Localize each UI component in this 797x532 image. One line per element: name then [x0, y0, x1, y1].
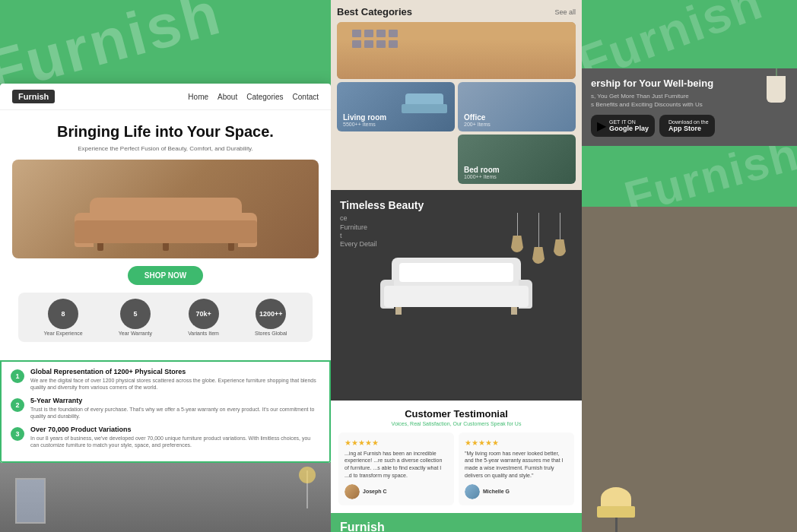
right-watermark-mid: Furnish — [619, 146, 797, 207]
cat-label-living: Living room 5500++ Items — [343, 113, 386, 127]
building-windows — [352, 30, 398, 48]
left-panel: Furnish Furnish Home About Categories Co… — [0, 0, 331, 532]
reviewer-name-2: Michelle G — [483, 489, 510, 494]
nav-home[interactable]: Home — [188, 93, 208, 101]
category-card-office[interactable]: Office 200+ Items — [458, 82, 576, 131]
nav-about[interactable]: About — [218, 93, 237, 101]
categories-section: Best Categories See all — [331, 0, 582, 190]
google-play-button[interactable]: ▶ GET IT ON Google Play — [591, 115, 655, 137]
feature-num-1: 1 — [11, 369, 24, 383]
pendant-lights — [510, 213, 567, 264]
left-brand-watermark: Furnish — [0, 0, 229, 84]
testimonial-subtitle: Voices, Real Satisfaction, Our Customers… — [338, 421, 574, 426]
testimonial-card-2: ★★★★★ "My living room has never looked b… — [459, 432, 574, 505]
nav-contact[interactable]: Contact — [293, 93, 319, 101]
feature-title-2: 5-Year Warranty — [30, 397, 320, 404]
avatar-joseph — [345, 484, 360, 499]
hero-sofa — [75, 198, 257, 251]
app-store-button[interactable]: Download on the App Store — [659, 115, 715, 137]
timeless-title: Timeless Beauty — [340, 199, 573, 211]
categories-header: Best Categories See all — [337, 6, 576, 17]
feature-2: 2 5-Year Warranty Trust is the foundatio… — [11, 397, 320, 420]
cat-name-bedroom: Bed room — [464, 166, 500, 174]
window-2 — [364, 30, 373, 37]
sofa-leg-1 — [97, 243, 103, 251]
left-bottom-room — [0, 463, 331, 532]
category-card-wide[interactable] — [337, 22, 576, 79]
pendant-wire-3 — [560, 213, 560, 239]
pendant-2 — [532, 213, 545, 264]
google-play-title: Google Play — [609, 125, 649, 132]
floor-lamp — [593, 487, 639, 532]
google-play-text: GET IT ON Google Play — [609, 119, 649, 132]
reviewer-avatar-1 — [345, 484, 360, 499]
window-4 — [389, 30, 398, 37]
timeless-section: Timeless Beauty ce Furniture t Every Det… — [331, 190, 582, 401]
right-mid-brand: Furnish — [582, 146, 797, 207]
app-store-label: Download on the — [668, 119, 709, 125]
pendant-shade-1 — [510, 236, 524, 252]
sofa-leg-3 — [228, 243, 234, 251]
stat-label-stores: Stores Global — [255, 331, 287, 336]
feature-desc-2: Trust is the foundation of every purchas… — [30, 406, 320, 420]
test-text-2: "My living room has never looked better,… — [465, 450, 568, 480]
white-sofa — [380, 254, 532, 315]
window-3 — [376, 30, 386, 37]
stars-2: ★★★★★ — [465, 439, 568, 447]
middle-panel: Best Categories See all — [331, 0, 582, 532]
cat-label-bedroom: Bed room 1000++ Items — [464, 166, 500, 179]
hero-title: Bringing Life into Your Space. — [12, 122, 319, 141]
stat-experience: 8 Year Experience — [44, 299, 83, 336]
stat-stores: 1200++ Stores Global — [255, 299, 287, 336]
ws-seat — [384, 286, 529, 307]
see-all-link[interactable]: See all — [554, 8, 576, 16]
stat-warranty: 5 Year Warranty — [119, 299, 152, 336]
reviewer-1: Joseph C — [345, 484, 448, 499]
avatar-michelle — [465, 484, 480, 499]
plant-vase — [767, 76, 786, 103]
pendant-shade-3 — [553, 239, 567, 256]
right-panel: Furnish ership for Your Well-being s, Yo… — [582, 0, 797, 532]
stat-label-variants: Variants Item — [188, 331, 219, 336]
footer-section: Furnish Lorem ipsum dolor sit amet conse… — [331, 513, 582, 532]
google-play-label: GET IT ON — [609, 119, 649, 125]
stat-num-variants: 70k+ — [189, 299, 219, 329]
ws-leg-right — [511, 307, 517, 315]
room-lamp — [306, 470, 308, 508]
nav-categories[interactable]: Categories — [246, 93, 283, 101]
window-1 — [352, 30, 361, 37]
categories-title: Best Categories — [337, 6, 412, 17]
wellbeing-text: s, You Get More Than Just Furnitures Ben… — [591, 92, 788, 109]
window-8 — [389, 40, 398, 48]
feature-desc-3: In our 8 years of business, we've develo… — [30, 435, 320, 448]
site-nav[interactable]: Home About Categories Contact — [188, 93, 319, 101]
reviewer-avatar-2 — [465, 484, 480, 499]
feature-text-2: 5-Year Warranty Trust is the foundation … — [30, 397, 320, 420]
app-store-title: App Store — [668, 125, 709, 132]
site-logo: Furnish — [12, 90, 55, 103]
app-store-text: Download on the App Store — [668, 119, 709, 132]
sofa-leg-2 — [163, 243, 169, 251]
google-play-icon: ▶ — [597, 119, 606, 133]
website-card: Furnish Home About Categories Contact Br… — [0, 84, 331, 463]
cat-name-living: Living room — [343, 113, 386, 122]
window-7 — [376, 40, 386, 48]
category-grid: Living room 5500++ Items Office 200+ Ite… — [337, 22, 576, 184]
category-card-bedroom[interactable]: Bed room 1000++ Items — [458, 135, 576, 184]
pendant-shade-2 — [532, 247, 545, 264]
shop-now-button[interactable]: SHOP NOW — [128, 266, 203, 285]
cat-count-office: 200+ Items — [464, 122, 491, 127]
pendant-wire-1 — [517, 213, 518, 236]
small-sofa-seat — [402, 104, 447, 113]
window-6 — [364, 40, 373, 48]
hero-image — [12, 160, 319, 258]
testimonial-section: Customer Testimonial Voices, Real Satisf… — [331, 401, 582, 513]
category-card-living[interactable]: Living room 5500++ Items — [337, 82, 455, 131]
test-text-1: ...ing at Furnish has been an incredible… — [345, 450, 448, 480]
ws-cushion — [399, 263, 513, 282]
cat-count-bedroom: 1000++ Items — [464, 174, 500, 179]
wellbeing-title: ership for Your Well-being — [591, 78, 788, 89]
stat-num-experience: 8 — [48, 299, 78, 329]
plant-stem — [776, 68, 777, 76]
stat-num-warranty: 5 — [120, 299, 151, 329]
